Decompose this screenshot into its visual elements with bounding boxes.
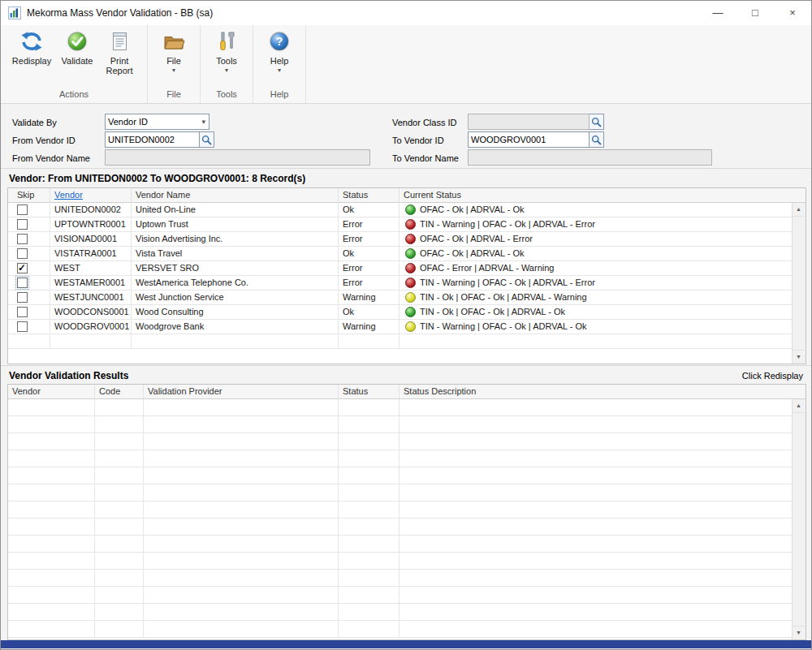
status-light-icon	[405, 204, 416, 215]
status-cell: Error	[339, 276, 400, 291]
vendor-section-title: Vendor: From UNITEDON0002 To WOODGROV000…	[9, 173, 305, 184]
from-vendor-id-lookup-button[interactable]	[200, 131, 214, 148]
current-status-text: TIN - Warning | OFAC - Ok | ADRVAL - Err…	[420, 276, 595, 290]
vendor-row[interactable]: WEST VERSVET SRO Error OFAC - Error | AD…	[8, 261, 793, 276]
scroll-up-icon[interactable]	[793, 203, 805, 217]
to-vendor-id-label: To Vendor ID	[392, 135, 444, 146]
redisplay-button[interactable]: Redisplay	[7, 27, 56, 68]
vendor-table: Skip Vendor Vendor Name Status Current S…	[7, 187, 806, 364]
vendor-name-cell: Vision Advertising Inc.	[132, 232, 339, 247]
lookup-magnifier-icon	[591, 117, 602, 127]
vendor-name-cell: WestAmerica Telephone Co.	[132, 276, 339, 291]
validate-by-value: Vendor ID	[108, 117, 148, 127]
vendor-table-scrollbar[interactable]	[792, 203, 806, 364]
vendor-row[interactable]: UPTOWNTR0001 Uptown Trust Error TIN - Wa…	[8, 217, 793, 232]
status-cell: Ok	[339, 203, 400, 217]
window-title: Mekorma Mass Vendor Validation - BB (sa)	[27, 7, 213, 19]
vendor-class-id-label: Vendor Class ID	[392, 117, 456, 128]
column-header-vendor-name: Vendor Name	[132, 188, 339, 203]
results-section-header: Vendor Validation Results Click Redispla…	[1, 365, 811, 384]
vendor-table-header: Skip Vendor Vendor Name Status Current S…	[8, 188, 806, 203]
current-status-text: OFAC - Ok | ADRVAL - Ok	[420, 247, 525, 260]
vendor-row[interactable]: VISIONAD0001 Vision Advertising Inc. Err…	[8, 232, 793, 247]
vendor-name-cell: Woodgrove Bank	[132, 320, 339, 334]
results-table-scrollbar[interactable]	[792, 399, 806, 639]
skip-checkbox[interactable]	[17, 263, 28, 273]
print-report-button[interactable]: Print Report	[98, 27, 140, 78]
app-icon	[8, 6, 21, 19]
skip-cell	[8, 232, 50, 247]
skip-cell	[8, 217, 50, 232]
vendor-row[interactable]: UNITEDON0002 United On-Line Ok OFAC - Ok…	[8, 203, 793, 217]
vendor-id-cell: WOODCONS0001	[50, 305, 132, 320]
help-menu-button[interactable]: ? Help	[260, 27, 299, 76]
scroll-down-icon[interactable]	[793, 626, 805, 639]
status-light-icon	[405, 307, 416, 317]
column-header-vendor[interactable]: Vendor	[50, 188, 132, 203]
skip-checkbox[interactable]	[17, 278, 28, 288]
current-status-cell: OFAC - Error | ADRVAL - Warning	[400, 261, 793, 276]
status-light-icon	[405, 234, 416, 244]
lookup-magnifier-icon	[591, 135, 602, 145]
validate-button[interactable]: Validate	[56, 27, 98, 68]
status-light-icon	[405, 292, 416, 303]
vendor-class-id-input	[468, 114, 590, 130]
to-vendor-id-input[interactable]	[468, 131, 590, 148]
status-light-icon	[405, 248, 416, 259]
scroll-down-icon[interactable]	[793, 350, 805, 364]
chevron-down-icon	[278, 67, 281, 74]
current-status-cell: TIN - Ok | OFAC - Ok | ADRVAL - Warning	[400, 291, 793, 305]
vendor-name-cell: Wood Consulting	[132, 305, 339, 320]
tools-menu-button[interactable]: Tools	[207, 27, 246, 76]
scroll-up-icon[interactable]	[793, 399, 805, 413]
results-table-body	[8, 399, 793, 639]
validate-icon	[66, 29, 89, 54]
skip-checkbox[interactable]	[17, 321, 28, 332]
toolbar: Redisplay Validate	[1, 25, 811, 104]
skip-cell	[8, 320, 50, 334]
minimize-button[interactable]: —	[699, 1, 736, 24]
skip-checkbox[interactable]	[17, 307, 28, 317]
status-cell: Warning	[339, 291, 400, 305]
skip-checkbox[interactable]	[17, 204, 28, 215]
vendor-row[interactable]: WOODGROV0001 Woodgrove Bank Warning TIN …	[8, 320, 793, 334]
current-status-cell: OFAC - Ok | ADRVAL - Error	[400, 232, 793, 247]
vendor-row[interactable]: WOODCONS0001 Wood Consulting Ok TIN - Ok…	[8, 305, 793, 320]
app-window: Mekorma Mass Vendor Validation - BB (sa)…	[0, 0, 812, 650]
maximize-button[interactable]: □	[736, 1, 774, 24]
vendor-row[interactable]: WESTJUNC0001 West Junction Service Warni…	[8, 291, 793, 305]
vendor-name-cell: United On-Line	[132, 203, 339, 217]
current-status-cell: TIN - Ok | OFAC - Ok | ADRVAL - Ok	[400, 305, 793, 320]
skip-cell	[8, 305, 50, 320]
column-header-validation-provider: Validation Provider	[144, 385, 339, 399]
file-menu-button[interactable]: File	[154, 27, 193, 76]
results-row	[8, 450, 793, 467]
print-report-icon	[108, 29, 131, 54]
column-header-current-status: Current Status	[400, 188, 806, 203]
skip-cell	[8, 291, 50, 305]
tools-menu-label: Tools	[216, 56, 237, 66]
status-light-icon	[405, 219, 416, 230]
vendor-id-cell: VISTATRA0001	[50, 247, 132, 261]
vendor-row[interactable]: WESTAMER0001 WestAmerica Telephone Co. E…	[8, 276, 793, 291]
validate-by-select[interactable]: Vendor ID	[105, 114, 209, 130]
results-table-header: Vendor Code Validation Provider Status S…	[8, 385, 806, 399]
skip-checkbox[interactable]	[17, 234, 28, 244]
vendor-class-id-lookup-button[interactable]	[590, 114, 604, 130]
vendor-row[interactable]: VISTATRA0001 Vista Travel Ok OFAC - Ok |…	[8, 247, 793, 261]
column-header-vendor: Vendor	[8, 385, 95, 399]
results-row	[8, 587, 793, 604]
column-header-status: Status	[339, 188, 400, 203]
close-button[interactable]: ×	[774, 1, 811, 24]
skip-checkbox[interactable]	[17, 292, 28, 303]
to-vendor-id-lookup-button[interactable]	[590, 131, 604, 148]
vendor-table-body: UNITEDON0002 United On-Line Ok OFAC - Ok…	[8, 203, 793, 364]
from-vendor-id-input[interactable]	[105, 131, 200, 148]
results-row	[8, 501, 793, 519]
skip-checkbox[interactable]	[17, 219, 28, 230]
results-row	[8, 570, 793, 587]
column-header-skip: Skip	[8, 188, 50, 203]
skip-checkbox[interactable]	[17, 248, 28, 259]
current-status-cell: TIN - Warning | OFAC - Ok | ADRVAL - Err…	[400, 276, 793, 291]
results-row	[8, 621, 793, 638]
